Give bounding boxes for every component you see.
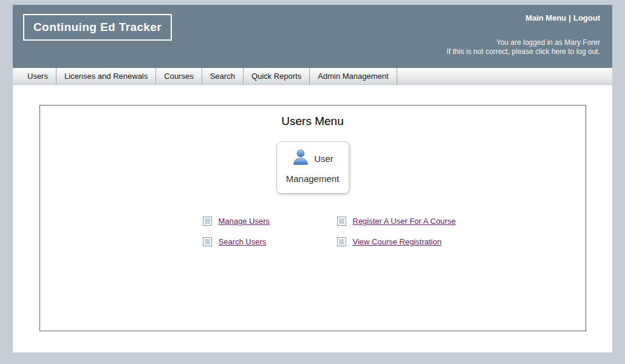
- card-row: User Management: [40, 141, 586, 194]
- user-management-card[interactable]: User Management: [276, 141, 349, 194]
- nav-tab-licenses-and-renewals[interactable]: Licenses and Renewals: [56, 68, 156, 84]
- page-container: Continuing Ed Tracker Main Menu|Logout Y…: [13, 5, 612, 352]
- nav-tab-search[interactable]: Search: [202, 68, 244, 84]
- main-nav: Users Licenses and Renewals Courses Sear…: [13, 68, 612, 85]
- logout-link[interactable]: Logout: [573, 13, 600, 22]
- link-manage-users[interactable]: Manage Users: [219, 217, 270, 226]
- app-header: Continuing Ed Tracker Main Menu|Logout Y…: [13, 5, 612, 68]
- users-menu-panel: Users Menu: [39, 105, 586, 331]
- bullet-icon: [338, 217, 346, 225]
- header-top-links: Main Menu|Logout: [446, 13, 600, 22]
- menu-link-item: View Course Registration: [338, 237, 586, 246]
- click-here-link[interactable]: click here: [535, 47, 566, 56]
- content-area: Users Menu: [13, 85, 612, 352]
- app-logo: Continuing Ed Tracker: [23, 14, 172, 41]
- link-view-course-registration[interactable]: View Course Registration: [353, 237, 442, 246]
- header-right: Main Menu|Logout You are logged in as Ma…: [446, 13, 600, 68]
- bullet-icon: [203, 238, 211, 246]
- nav-tab-admin-management[interactable]: Admin Management: [310, 68, 397, 84]
- app-title: Continuing Ed Tracker: [33, 21, 162, 33]
- link-register-user-for-course[interactable]: Register A User For A Course: [353, 217, 456, 226]
- menu-link-item: Manage Users: [203, 217, 338, 226]
- nav-tab-quick-reports[interactable]: Quick Reports: [244, 68, 310, 84]
- link-separator: |: [569, 13, 571, 22]
- bullet-icon: [338, 238, 346, 246]
- page-title: Users Menu: [40, 106, 586, 128]
- menu-link-item: Search Users: [203, 237, 338, 246]
- status-prefix: If this is not correct, please: [446, 47, 535, 56]
- menu-link-item: Register A User For A Course: [338, 217, 586, 226]
- nav-tab-courses[interactable]: Courses: [156, 68, 202, 84]
- login-status-line1: You are logged in as Mary Forer: [446, 38, 600, 47]
- main-menu-link[interactable]: Main Menu: [525, 13, 566, 22]
- login-status-line2: If this is not correct, please click her…: [446, 47, 600, 56]
- status-suffix: to log out.: [566, 47, 600, 56]
- nav-tab-users[interactable]: Users: [19, 68, 56, 84]
- link-search-users[interactable]: Search Users: [219, 237, 267, 246]
- login-status: You are logged in as Mary Forer If this …: [446, 38, 600, 56]
- menu-links: Manage Users Register A User For A Cours…: [203, 217, 586, 246]
- user-management-card-content: User Management: [284, 148, 341, 187]
- user-icon: [292, 148, 310, 171]
- bullet-icon: [203, 217, 211, 225]
